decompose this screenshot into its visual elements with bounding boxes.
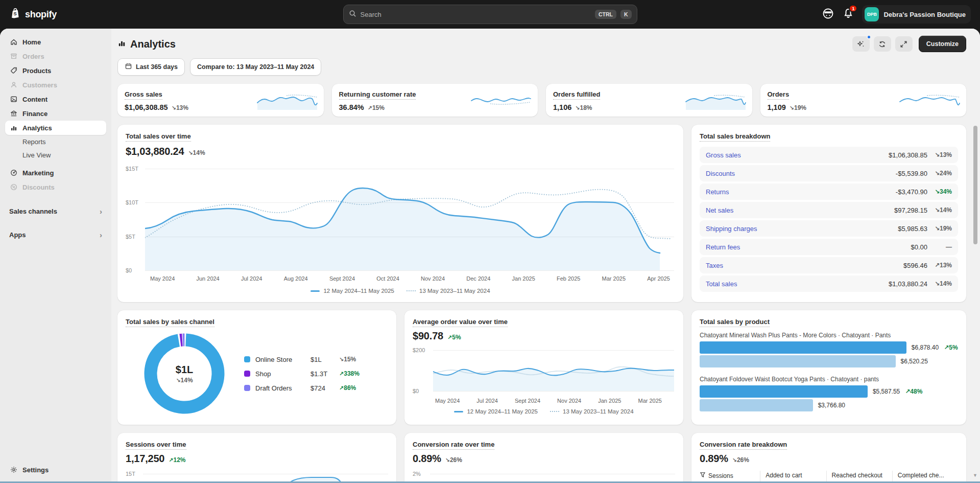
scrollbar-thumb[interactable] xyxy=(973,126,977,244)
svg-text:S: S xyxy=(13,11,17,16)
breakdown-link[interactable]: Returns xyxy=(706,188,729,196)
breakdown-row: Returns-$3,470.90↘34% xyxy=(700,183,958,200)
breakdown-link[interactable]: Discounts xyxy=(706,170,735,177)
breakdown-row: Shipping charges$5,985.63↘19% xyxy=(700,220,958,237)
sidebar-section-sales-channels[interactable]: Sales channels › xyxy=(5,204,106,218)
image-icon xyxy=(9,95,18,103)
store-menu[interactable]: DPB Debra's Passion Boutique xyxy=(862,5,971,24)
card-title[interactable]: Total sales over time xyxy=(126,132,191,142)
home-icon xyxy=(9,38,18,46)
card-title[interactable]: Conversion rate over time xyxy=(413,441,494,450)
section-label: Sales channels xyxy=(9,208,57,215)
card-title[interactable]: Total sales by sales channel xyxy=(126,318,214,327)
donut-center-value: $1L xyxy=(176,364,193,376)
kpi-title[interactable]: Orders xyxy=(768,90,790,100)
conversion-value: 0.89% xyxy=(413,453,441,465)
customize-button[interactable]: Customize xyxy=(919,36,966,52)
card-title[interactable]: Average order value over time xyxy=(413,318,508,327)
breakdown-row: Taxes$596.46↗13% xyxy=(700,257,958,273)
search-input[interactable] xyxy=(361,11,591,18)
breakdown-link[interactable]: Shipping charges xyxy=(706,225,757,233)
fullscreen-button[interactable] xyxy=(895,36,913,52)
kpi-delta: ↗15% xyxy=(368,104,385,111)
card-title[interactable]: Sessions over time xyxy=(126,441,186,450)
total-sales-line-chart: $15T $10T $5T $0 xyxy=(126,163,675,272)
bar-chart-icon xyxy=(9,124,18,132)
chart-legend: 12 May 2024–11 May 2025 13 May 2023–11 M… xyxy=(126,288,675,294)
person-icon xyxy=(9,81,18,89)
kpi-title[interactable]: Returning customer rate xyxy=(339,90,416,100)
online-store-swatch xyxy=(244,356,250,362)
notifications-button[interactable]: 1 xyxy=(843,8,854,21)
discount-icon xyxy=(9,183,18,191)
shopify-logo[interactable]: S shopify xyxy=(9,7,57,21)
breakdown-link[interactable]: Net sales xyxy=(706,206,733,214)
conversion-delta: ↘26% xyxy=(445,456,462,464)
compare-filter[interactable]: Compare to: 13 May 2023–11 May 2024 xyxy=(190,58,321,76)
x-axis-labels: May 2024Jun 2024Jul 2024Aug 2024Sept 202… xyxy=(126,272,675,282)
sidebar-item-reports[interactable]: Reports xyxy=(5,135,106,148)
main-content: Analytics Customize Last 365 days xyxy=(111,29,980,483)
card-title[interactable]: Total sales breakdown xyxy=(700,132,770,142)
kpi-delta: ↘18% xyxy=(575,104,592,111)
kpi-value: $1,06,308.85 xyxy=(125,103,168,111)
current-period-bar xyxy=(700,385,868,398)
sidebar-item-discounts[interactable]: Discounts xyxy=(5,180,106,194)
sidebar-item-label: Marketing xyxy=(22,169,54,177)
sidebar-item-products[interactable]: Products xyxy=(5,63,106,78)
global-search[interactable]: CTRL K xyxy=(343,5,637,24)
previous-period-swatch xyxy=(550,411,559,412)
kpi-delta: ↘13% xyxy=(172,104,188,111)
product-bar-group: Chatoyant Foldover Waist Bootcut Yoga Pa… xyxy=(700,376,958,411)
refresh-button[interactable] xyxy=(874,36,891,52)
kpi-title[interactable]: Orders fulfilled xyxy=(553,90,600,100)
sidebar-item-marketing[interactable]: Marketing xyxy=(5,166,106,180)
funnel-icon xyxy=(700,472,706,479)
topbar: S shopify CTRL K 1 DPB Debra's Passion B… xyxy=(0,0,980,29)
sidebar-item-live-view[interactable]: Live View xyxy=(5,148,106,162)
current-period-bar xyxy=(700,341,906,354)
breakdown-row: Gross sales$1,06,308.85↘13% xyxy=(700,147,958,163)
sidebar-item-content[interactable]: Content xyxy=(5,92,106,106)
breakdown-link[interactable]: Return fees xyxy=(706,243,740,251)
channel-legend-item: Online Store $1L ↘15% xyxy=(244,356,360,363)
kpi-card-returning-customer-rate: Returning customer rate 36.84% ↗15% xyxy=(332,84,538,117)
sidebar-item-label: Finance xyxy=(22,110,47,118)
sidebar-item-analytics[interactable]: Analytics xyxy=(5,121,106,135)
new-feature-dot xyxy=(867,35,871,39)
sidebar-item-label: Home xyxy=(22,38,41,46)
funnel-value: 0.89% xyxy=(700,453,728,465)
sidebar-item-orders[interactable]: Orders xyxy=(5,49,106,63)
magic-insights-button[interactable] xyxy=(852,36,870,52)
sidebar-item-label: Live View xyxy=(22,151,51,159)
sparkline-chart xyxy=(256,93,318,112)
product-bar-group: Chatoyant Mineral Wash Plus Pants - More… xyxy=(700,332,958,367)
sidebar-item-label: Discounts xyxy=(22,183,55,191)
sidebar-item-finance[interactable]: Finance xyxy=(5,106,106,121)
sidebar-item-customers[interactable]: Customers xyxy=(5,78,106,92)
sparkline-chart xyxy=(685,93,746,112)
notification-badge: 1 xyxy=(849,5,857,12)
sidebar-item-home[interactable]: Home xyxy=(5,35,106,49)
channel-donut-chart: $1L ↘14% xyxy=(142,331,227,416)
sidebar-item-label: Analytics xyxy=(22,124,52,132)
card-title[interactable]: Total sales by product xyxy=(700,318,770,327)
x-axis-labels: May 2024Jul 2024Sept 2024Nov 2024Jan 202… xyxy=(413,395,675,404)
scrollbar-down-arrow[interactable]: ▼ xyxy=(973,473,977,478)
breakdown-link[interactable]: Gross sales xyxy=(706,151,741,159)
store-avatar: DPB xyxy=(865,7,879,21)
sales-by-channel-card: Total sales by sales channel $1L ↘14% xyxy=(117,310,396,425)
kpi-title[interactable]: Gross sales xyxy=(125,90,162,100)
previous-period-bar xyxy=(700,399,813,411)
card-title[interactable]: Conversion rate breakdown xyxy=(700,441,787,450)
date-range-filter[interactable]: Last 365 days xyxy=(117,58,185,76)
breakdown-link[interactable]: Total sales xyxy=(706,280,737,288)
sidebar-section-apps[interactable]: Apps › xyxy=(5,228,106,241)
breakdown-link[interactable]: Taxes xyxy=(706,262,723,269)
aov-delta: ↗5% xyxy=(447,334,461,341)
assistant-icon[interactable] xyxy=(822,7,834,22)
kpi-value: 36.84% xyxy=(339,103,364,111)
sidebar-item-settings[interactable]: Settings xyxy=(5,463,106,477)
sales-by-product-card: Total sales by product Chatoyant Mineral… xyxy=(691,310,966,425)
aov-value: $90.78 xyxy=(413,330,443,342)
